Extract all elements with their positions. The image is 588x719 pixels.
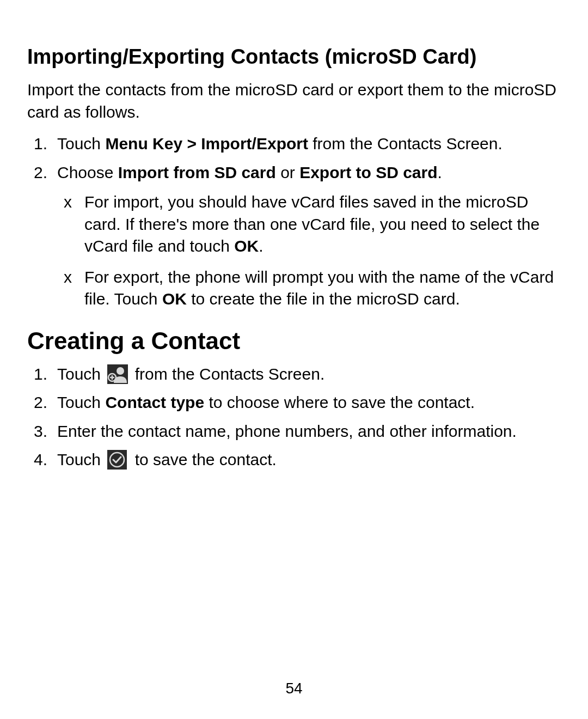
step-text: Touch — [57, 135, 105, 153]
sub-bold: OK — [162, 290, 187, 308]
step-text: or — [276, 163, 299, 181]
sub-list-item: For export, the phone will prompt you wi… — [57, 266, 561, 310]
sub-text: . — [259, 237, 263, 255]
step-text: . — [438, 163, 442, 181]
sub-text: For import, you should have vCard files … — [84, 193, 540, 255]
list-item: Touch from the Contacts Screen. — [27, 363, 561, 386]
sub-list: For import, you should have vCard files … — [57, 191, 561, 310]
save-check-icon — [107, 450, 128, 470]
step-text: from the Contacts Screen. — [135, 365, 325, 383]
heading-importing: Importing/Exporting Contacts (microSD Ca… — [27, 44, 561, 70]
intro-paragraph: Import the contacts from the microSD car… — [27, 79, 561, 123]
step-bold: Import from SD card — [118, 163, 276, 181]
step-bold: Contact type — [105, 393, 204, 411]
steps-list-1: Touch Menu Key > Import/Export from the … — [27, 133, 561, 310]
add-contact-icon — [107, 364, 128, 384]
section-creating-contact: Creating a Contact Touch from the Contac… — [27, 327, 561, 471]
sub-bold: OK — [234, 237, 259, 255]
step-bold: Menu Key > Import/Export — [105, 135, 308, 153]
list-item: Touch to save the contact. — [27, 449, 561, 471]
step-text: to choose where to save the contact. — [204, 393, 475, 411]
list-item: Touch Contact type to choose where to sa… — [27, 392, 561, 414]
step-text: Touch — [57, 365, 105, 383]
sub-list-item: For import, you should have vCard files … — [57, 191, 561, 258]
list-item: Touch Menu Key > Import/Export from the … — [27, 133, 561, 155]
list-item: Enter the contact name, phone numbers, a… — [27, 421, 561, 443]
heading-creating: Creating a Contact — [27, 327, 561, 356]
page-number: 54 — [0, 680, 588, 697]
section-importing-exporting: Importing/Exporting Contacts (microSD Ca… — [27, 44, 561, 310]
steps-list-2: Touch from the Contacts Screen. Touch Co… — [27, 363, 561, 471]
step-text: Touch — [57, 450, 105, 468]
sub-text: to create the file in the microSD card. — [187, 290, 460, 308]
svg-point-1 — [117, 367, 124, 375]
step-text: Choose — [57, 163, 118, 181]
step-text: Touch — [57, 393, 105, 411]
step-bold: Export to SD card — [299, 163, 437, 181]
step-text: Enter the contact name, phone numbers, a… — [57, 422, 517, 440]
list-item: Choose Import from SD card or Export to … — [27, 162, 561, 310]
step-text: from the Contacts Screen. — [308, 135, 503, 153]
step-text: to save the contact. — [135, 450, 277, 468]
